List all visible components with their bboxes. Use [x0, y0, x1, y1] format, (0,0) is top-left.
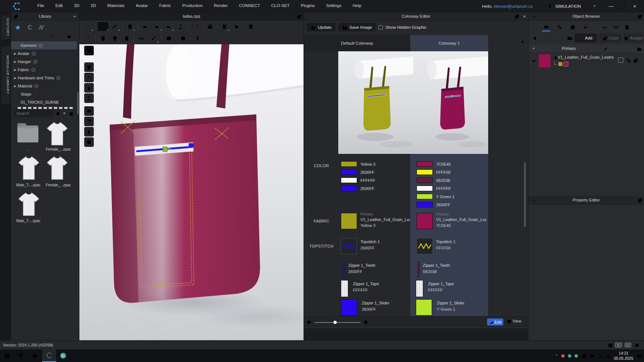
reset-layout-icon[interactable]: [634, 342, 639, 347]
edge-browser-icon[interactable]: [56, 349, 70, 362]
expander-icon[interactable]: ▶: [14, 52, 18, 55]
3d-scene[interactable]: [79, 44, 304, 340]
taskbar-search-icon[interactable]: [14, 349, 28, 362]
zoom-in-icon[interactable]: [363, 320, 368, 325]
color-swatch[interactable]: [341, 186, 357, 191]
menu-help[interactable]: Help: [348, 0, 366, 8]
menu-clo-set[interactable]: CLO-SET: [267, 0, 295, 8]
measure-garment-tool[interactable]: [245, 22, 256, 31]
import-tool[interactable]: [82, 22, 93, 31]
file-explorer-icon[interactable]: [28, 349, 42, 362]
button-tool[interactable]: [178, 34, 189, 43]
color-swatch[interactable]: [341, 161, 357, 167]
colorway-mini-swatch-selected[interactable]: [564, 62, 568, 66]
checkbox-box[interactable]: [378, 25, 383, 30]
flatten-tool-1[interactable]: [97, 34, 109, 43]
colorway-preview-1[interactable]: [413, 51, 488, 154]
expander-icon[interactable]: ▶: [14, 60, 18, 63]
garment-fit-tool[interactable]: [124, 22, 136, 31]
dock-arrow-icon[interactable]: [530, 14, 535, 19]
menu-render[interactable]: Render: [209, 0, 233, 8]
topstitch-tab-icon[interactable]: [601, 23, 609, 31]
tab-colorway-1[interactable]: Colorway 1: [410, 35, 488, 51]
add-folder-icon[interactable]: [567, 35, 573, 41]
layout-columns-icon[interactable]: [607, 342, 612, 347]
tray-expand-icon[interactable]: ⌃: [555, 354, 558, 358]
clipped-tree-item[interactable]: [18, 107, 73, 109]
smooth-tool-2[interactable]: [148, 34, 159, 43]
colorway-mini-swatch[interactable]: [558, 62, 563, 66]
color-swatch[interactable]: [341, 169, 357, 175]
tree-item-stage[interactable]: Stage: [11, 90, 77, 98]
segment-sew-tool[interactable]: [140, 22, 151, 31]
zoom-out-icon[interactable]: [306, 320, 311, 325]
close-panel-icon[interactable]: ×: [523, 12, 526, 21]
color-swatch[interactable]: [417, 202, 433, 207]
menu-file[interactable]: File: [32, 0, 49, 8]
tab-default-colorway[interactable]: Default Colorway: [304, 35, 410, 51]
bend-tool[interactable]: [231, 22, 242, 31]
trim-tab-icon[interactable]: [623, 23, 631, 31]
zipper-tape-swatch[interactable]: [416, 280, 423, 297]
collapse-arrow-icon[interactable]: ⇤: [73, 12, 77, 21]
menu-fabric[interactable]: Fabric: [154, 0, 176, 8]
menu-avatar[interactable]: Avatar: [131, 0, 153, 8]
undock-icon[interactable]: [296, 14, 301, 19]
menu-connect[interactable]: CONNECT: [234, 0, 265, 8]
menu-plugins[interactable]: Plugins: [296, 0, 320, 8]
copy-button[interactable]: Copy: [599, 34, 621, 42]
expander-icon[interactable]: ▶: [14, 76, 18, 80]
undock-icon[interactable]: [637, 197, 642, 203]
buttonhole-tab-icon[interactable]: [580, 23, 588, 31]
undock-icon[interactable]: [637, 14, 642, 19]
smooth-tool-1[interactable]: [136, 34, 147, 43]
button-tab-icon[interactable]: [569, 23, 577, 31]
topstitch-swatch[interactable]: [417, 238, 433, 254]
texture-paint-tool[interactable]: [84, 117, 94, 126]
update-button[interactable]: Update: [307, 23, 335, 31]
menu-edit[interactable]: Edit: [51, 0, 68, 8]
material-list-item[interactable]: V1_Leather_Full_Grain_Leather: [528, 53, 644, 68]
search-filter-dropdown-icon[interactable]: ▼: [63, 112, 66, 115]
show-fabric-tool[interactable]: [84, 106, 94, 116]
menu-materials[interactable]: Materials: [103, 0, 130, 8]
favorites-star-icon[interactable]: ★: [15, 23, 21, 32]
flatten-tool-2[interactable]: [109, 34, 120, 43]
tray-app-icon[interactable]: [561, 354, 565, 358]
search-icon[interactable]: [55, 111, 60, 116]
colorway-scrollbar[interactable]: [524, 162, 526, 227]
add-button[interactable]: Add: [575, 34, 597, 42]
texture-grid-icon[interactable]: [626, 58, 631, 63]
modular-library-rail-tab[interactable]: MODULAR LIBRARY: [1, 46, 10, 104]
solidify-tool[interactable]: [163, 34, 174, 43]
grade-tool[interactable]: [219, 22, 230, 31]
folder-up-thumbnail[interactable]: [17, 125, 38, 142]
tray-monitor-icon[interactable]: [589, 354, 594, 358]
history-rail-tab[interactable]: HISTORY: [1, 15, 10, 39]
environment-tool[interactable]: [84, 137, 94, 147]
piping-tool[interactable]: [221, 34, 232, 43]
show-garment-tool[interactable]: [84, 62, 94, 72]
network-icon[interactable]: [597, 354, 602, 358]
fabric-tab-icon[interactable]: [542, 23, 550, 31]
tree-item-01-tricko-sukne[interactable]: 01_TRICKO_SUKNE: [11, 98, 77, 106]
expander-icon[interactable]: ▶: [14, 85, 18, 88]
assign-button[interactable]: Assign: [624, 34, 643, 42]
avatar-tool[interactable]: [175, 22, 186, 31]
tree-item-hardware-and-trims[interactable]: ▶Hardware and Trims: [11, 74, 77, 82]
clo-library-icon[interactable]: C: [28, 24, 32, 31]
zipper-slider-swatch[interactable]: [341, 299, 357, 316]
tray-app-icon[interactable]: [568, 354, 571, 358]
free-sew-tool[interactable]: [151, 22, 162, 31]
zipper-teeth-swatch[interactable]: [342, 262, 344, 277]
color-swatch[interactable]: [341, 177, 357, 183]
connect-library-icon[interactable]: 𝑁: [39, 24, 43, 31]
dock-arrow-icon[interactable]: [530, 197, 535, 203]
2d-window-toggle[interactable]: 2D: [625, 343, 631, 347]
stitch-tab-icon[interactable]: [591, 23, 599, 31]
close-button[interactable]: ×: [631, 3, 639, 9]
clo-app-icon[interactable]: [42, 349, 56, 362]
arrangement-tool[interactable]: [84, 73, 94, 82]
rename-pencil-icon[interactable]: [603, 46, 607, 51]
tree-item-hanger[interactable]: ▶Hanger: [11, 58, 77, 66]
